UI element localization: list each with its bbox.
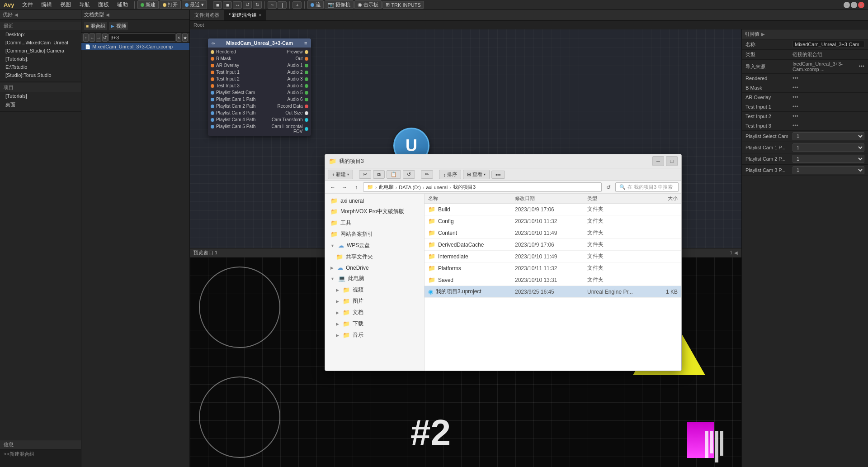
fb-cat-mixed[interactable]: ■ 混合组 bbox=[84, 22, 107, 30]
fe-minimize-btn[interactable]: ─ bbox=[652, 156, 664, 166]
fe-refresh-btn[interactable]: ↺ bbox=[604, 183, 613, 192]
left-panel-collapse[interactable]: ◀ bbox=[14, 12, 18, 17]
toolbar-recent-btn[interactable]: 最近 ▾ bbox=[182, 0, 207, 9]
fe-file-row-intermediate[interactable]: 📁 Intermediate 2023/10/10 11:49 文件夹 bbox=[425, 251, 681, 262]
fe-breadcrumb-item-3[interactable]: axi uneral bbox=[426, 185, 448, 190]
props-bmask-dots[interactable]: ••• bbox=[793, 85, 798, 91]
tab-file-browser[interactable]: 文件浏览器 bbox=[190, 10, 224, 20]
fe-file-row-content[interactable]: 📁 Content 2023/10/10 11:49 文件夹 bbox=[425, 227, 681, 239]
fe-sidebar-docs[interactable]: ▶ 📁 文档 bbox=[325, 307, 424, 318]
fe-sidebar-website[interactable]: 📁 网站备案指引 bbox=[325, 229, 424, 240]
fe-breadcrumb-item-0[interactable]: 📁 bbox=[367, 184, 373, 190]
maximize-btn[interactable]: □ bbox=[851, 2, 857, 8]
fe-breadcrumb-item-2[interactable]: DATA (D:) bbox=[399, 185, 420, 190]
toolbar-icon-btn-5[interactable]: ↻ bbox=[253, 1, 262, 9]
fe-col-header-date[interactable]: 修改日期 bbox=[515, 195, 587, 202]
fb-back-btn[interactable]: ← bbox=[90, 33, 95, 42]
props-testinput1-dots[interactable]: ••• bbox=[793, 104, 798, 110]
fe-sidebar-expand-music[interactable]: ▶ bbox=[336, 333, 339, 338]
project-item-0[interactable]: [Tutorials] bbox=[0, 92, 81, 100]
fe-file-row-platforms[interactable]: 📁 Platforms 2023/10/11 11:32 文件夹 bbox=[425, 262, 681, 274]
fb-star-btn[interactable]: ★ bbox=[182, 33, 188, 42]
props-rendered-dots[interactable]: ••• bbox=[793, 75, 798, 81]
recent-item-3[interactable]: [Tutorials]: bbox=[0, 55, 81, 63]
fe-rename-btn[interactable]: ✏ bbox=[421, 170, 433, 179]
fe-file-row-deriveddata[interactable]: 📁 DerivedDataCache 2023/10/9 17:06 文件夹 bbox=[425, 239, 681, 251]
fe-sidebar-expand-wps[interactable]: ▼ bbox=[330, 243, 335, 248]
props-plcam3-value[interactable]: 1 bbox=[793, 166, 864, 174]
menu-panel[interactable]: 面板 bbox=[94, 0, 113, 10]
toolbar-icon-btn-4[interactable]: ↺ bbox=[243, 1, 252, 9]
fe-sidebar-wps[interactable]: ▼ ☁ WPS云盘 bbox=[325, 240, 424, 251]
tab-new-mixed[interactable]: * 新建混合组 × bbox=[224, 10, 266, 20]
fe-sidebar-expand-downloads[interactable]: ▶ bbox=[336, 322, 339, 326]
fe-forward-btn[interactable]: → bbox=[340, 183, 349, 192]
toolbar-new-btn[interactable]: 新建 bbox=[137, 0, 159, 9]
toolbar-icon-btn-8[interactable]: + bbox=[292, 1, 302, 9]
fe-sort-btn[interactable]: ↕ 排序 bbox=[439, 170, 461, 179]
fe-sidebar-onedrive[interactable]: ▶ ☁ OneDrive bbox=[325, 262, 424, 273]
fe-more-btn[interactable]: ••• bbox=[491, 171, 505, 179]
fe-sidebar-tools[interactable]: 📁 工具 bbox=[325, 217, 424, 229]
recent-item-2[interactable]: [Common_Studio]:Camera bbox=[0, 47, 81, 55]
menu-file[interactable]: 文件 bbox=[19, 0, 37, 10]
fe-cut-btn[interactable]: ✂ bbox=[359, 170, 371, 179]
fe-breadcrumb-item-1[interactable]: 此电脑 bbox=[379, 184, 394, 191]
props-testinput3-dots[interactable]: ••• bbox=[793, 123, 798, 129]
props-plcam2-value[interactable]: 1 bbox=[793, 155, 864, 163]
menu-edit[interactable]: 编辑 bbox=[38, 0, 56, 10]
fe-sidebar-expand-thispc[interactable]: ▼ bbox=[330, 276, 335, 281]
fb-refresh-btn[interactable]: ↺ bbox=[102, 33, 108, 42]
toolbar-indicator-btn[interactable]: ◉ 击示板 bbox=[354, 0, 382, 9]
fe-sidebar-videos[interactable]: ▶ 📁 视频 bbox=[325, 284, 424, 295]
fb-panel-collapse[interactable]: ◀ bbox=[106, 12, 109, 17]
fe-sidebar-expand-pictures[interactable]: ▶ bbox=[336, 299, 339, 304]
fe-file-row-saved[interactable]: 📁 Saved 2023/10/10 13:31 文件夹 bbox=[425, 274, 681, 286]
recent-item-4[interactable]: E:\Tstudio bbox=[0, 63, 81, 71]
fe-sidebar-shared[interactable]: 📁 共享文件夹 bbox=[325, 251, 424, 262]
fe-new-btn[interactable]: + 新建 ▾ bbox=[328, 170, 353, 179]
toolbar-icon-btn-3[interactable]: ↔ bbox=[233, 1, 242, 9]
right-panel-collapse[interactable]: ▶ bbox=[761, 32, 765, 37]
fe-file-row-uproject[interactable]: ◉ 我的项目3.uproject 2023/9/25 16:45 Unreal … bbox=[425, 286, 681, 298]
fe-sidebar-expand-onedrive[interactable]: ▶ bbox=[330, 266, 334, 270]
props-import-dots[interactable]: ••• bbox=[859, 63, 864, 70]
fe-copy-btn[interactable]: ⧉ bbox=[373, 170, 385, 179]
fb-forward-btn[interactable]: → bbox=[96, 33, 101, 42]
props-testinput2-dots[interactable]: ••• bbox=[793, 113, 798, 119]
fe-sidebar-axi-uneral[interactable]: 📁 axi uneral bbox=[325, 195, 424, 206]
fe-sidebar-music[interactable]: ▶ 📁 音乐 bbox=[325, 329, 424, 341]
toolbar-open-btn[interactable]: 打开 bbox=[160, 0, 181, 9]
project-item-1[interactable]: 桌面 bbox=[0, 100, 81, 110]
fe-file-row-build[interactable]: 📁 Build 2023/10/9 17:06 文件夹 bbox=[425, 204, 681, 215]
props-plselect-value[interactable]: 1 bbox=[793, 132, 864, 140]
recent-item-0[interactable]: Desktop: bbox=[0, 30, 81, 38]
props-plcam1-value[interactable]: 1 bbox=[793, 143, 864, 152]
fe-sidebar-pictures[interactable]: ▶ 📁 图片 bbox=[325, 295, 424, 307]
fe-undo-btn[interactable]: ↺ bbox=[403, 170, 415, 179]
fe-col-header-type[interactable]: 类型 bbox=[587, 195, 651, 202]
props-name-input[interactable] bbox=[793, 41, 864, 48]
toolbar-camera-btn[interactable]: 📷 摄像机 bbox=[325, 0, 354, 9]
fe-view-btn[interactable]: ⊞ 查看 ▾ bbox=[463, 170, 490, 179]
minimize-btn[interactable]: ─ bbox=[844, 2, 850, 8]
tab-close-icon[interactable]: × bbox=[259, 13, 261, 18]
menu-assist[interactable]: 辅助 bbox=[113, 0, 132, 10]
fb-up-btn[interactable]: ↑ bbox=[83, 33, 89, 42]
fe-paste-btn[interactable]: 📋 bbox=[387, 170, 401, 179]
fe-sidebar-downloads[interactable]: ▶ 📁 下载 bbox=[325, 318, 424, 329]
fe-sidebar-expand-videos[interactable]: ▶ bbox=[336, 288, 339, 292]
fe-sidebar-expand-docs[interactable]: ▶ bbox=[336, 310, 339, 315]
fe-col-header-size[interactable]: 大小 bbox=[651, 195, 678, 202]
menu-navigate[interactable]: 导航 bbox=[75, 0, 94, 10]
toolbar-icon-btn-2[interactable]: ■ bbox=[223, 1, 232, 9]
fb-clear-btn[interactable]: × bbox=[176, 33, 182, 42]
toolbar-icon-btn-1[interactable]: ■ bbox=[213, 1, 222, 9]
recent-item-1[interactable]: [Comm...\MixedCam_Unreal bbox=[0, 38, 81, 47]
fb-search-input[interactable] bbox=[108, 33, 175, 42]
fe-up-btn[interactable]: ↑ bbox=[351, 183, 361, 192]
toolbar-icon-btn-6[interactable]: ~ bbox=[268, 1, 277, 9]
node-menu-icon[interactable]: ≡ bbox=[304, 40, 307, 46]
fe-back-btn[interactable]: ← bbox=[328, 183, 338, 192]
fe-file-row-config[interactable]: 📁 Config 2023/10/10 11:32 文件夹 bbox=[425, 215, 681, 227]
